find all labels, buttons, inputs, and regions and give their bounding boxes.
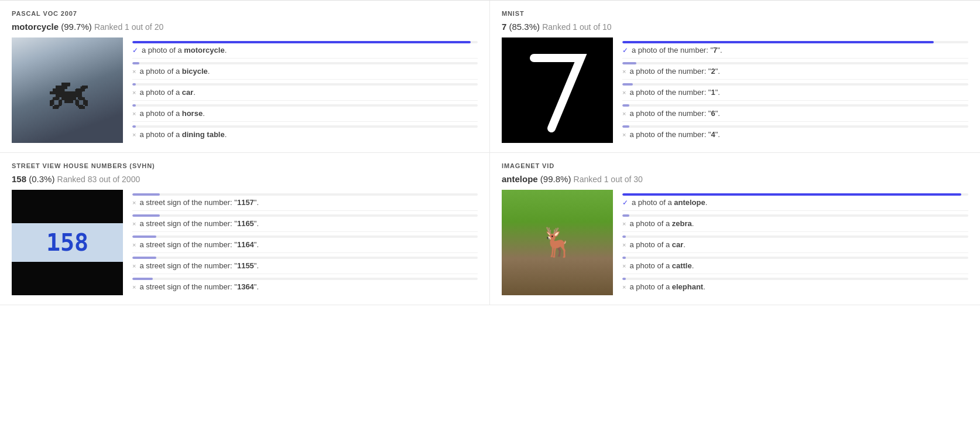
result-bold-class: antelope: [674, 198, 705, 207]
panel-title-mnist: MNIST: [502, 10, 968, 17]
result-bold-class: car: [182, 88, 194, 97]
result-text: a photo of the number: "6".: [629, 109, 720, 118]
result-item: ×a street sign of the number: "1165".: [132, 211, 478, 232]
result-text: a photo of a dining table.: [139, 130, 227, 139]
result-suffix: .: [692, 219, 694, 228]
result-item: ×a photo of the number: "1".: [622, 80, 968, 101]
result-bold-class: 1: [711, 88, 715, 97]
prediction-header-imagenet-vid: antelope (99.8%) Ranked 1 out of 30: [502, 174, 968, 184]
result-text: a photo of the number: "1".: [629, 88, 720, 97]
cross-icon: ×: [622, 284, 626, 291]
image-imagenet-vid: 🦌: [502, 190, 613, 295]
result-bar-fill: [132, 214, 160, 217]
result-item: ×a photo of a car.: [132, 80, 478, 101]
result-text: a photo of the number: "2".: [629, 67, 720, 76]
panel-mnist: MNIST7 (85.3%) Ranked 1 out of 10✓a phot…: [490, 1, 980, 153]
result-bar-fill: [132, 62, 139, 64]
results-list-pascal-voc: ✓a photo of a motorcycle.×a photo of a b…: [132, 37, 478, 142]
result-text: a photo of a elephant.: [629, 282, 705, 291]
cross-icon: ×: [132, 199, 136, 206]
result-suffix: ".: [715, 88, 720, 97]
result-bar-fill: [622, 125, 629, 128]
result-item: ×a photo of a cattle.: [622, 253, 968, 274]
result-bold-class: elephant: [672, 282, 703, 291]
result-label-row: ×a street sign of the number: "1165".: [132, 219, 478, 228]
result-bar-fill: [622, 193, 961, 196]
result-suffix: .: [705, 198, 708, 207]
result-item: ×a photo of a horse.: [132, 101, 478, 122]
result-item: ×a photo of the number: "2".: [622, 59, 968, 80]
result-bar-fill: [132, 193, 160, 196]
result-text: a photo of a cattle.: [629, 261, 694, 270]
cross-icon: ×: [132, 89, 136, 96]
result-label-row: ✓a photo of a motorcycle.: [132, 46, 478, 54]
result-bold-class: 4: [711, 130, 715, 139]
panel-pascal-voc: PASCAL VOC 2007motorcycle (99.7%) Ranked…: [0, 1, 490, 153]
result-text: a photo of the number: "4".: [629, 130, 720, 139]
result-label-row: ×a street sign of the number: "1155".: [132, 261, 478, 270]
result-suffix: ".: [717, 46, 722, 54]
result-bold-class: bicycle: [182, 67, 208, 76]
prediction-header-svhn: 158 (0.3%) Ranked 83 out of 2000: [12, 174, 478, 184]
result-label-row: ×a photo of a dining table.: [132, 130, 478, 139]
result-text: a photo of a bicycle.: [139, 67, 210, 76]
image-mnist: [502, 37, 613, 143]
result-bold-class: car: [672, 240, 684, 249]
cross-icon: ×: [622, 68, 626, 75]
result-text: a photo of the number: "7".: [632, 46, 722, 54]
result-item: ×a photo of a car.: [622, 232, 968, 253]
result-text: a photo of a horse.: [139, 109, 204, 118]
result-bar-fill: [132, 125, 136, 128]
result-bold-class: horse: [182, 109, 203, 118]
result-item: ×a photo of the number: "6".: [622, 101, 968, 122]
result-bold-class: cattle: [672, 261, 692, 270]
result-text: a street sign of the number: "1364".: [139, 282, 259, 291]
result-label-row: ×a photo of a bicycle.: [132, 67, 478, 76]
result-suffix: .: [203, 109, 205, 118]
result-bar-fill: [622, 62, 636, 64]
result-text: a street sign of the number: "1164".: [139, 240, 259, 249]
result-bar-container: [132, 193, 478, 196]
content-row-svhn: 158×a street sign of the number: "1157".…: [12, 190, 478, 295]
result-item: ✓a photo of the number: "7".: [622, 37, 968, 59]
panel-svhn: STREET VIEW HOUSE NUMBERS (SVHN)158 (0.3…: [0, 153, 490, 305]
result-item: ×a photo of a zebra.: [622, 211, 968, 232]
result-bar-fill: [622, 278, 626, 280]
cross-icon: ×: [622, 89, 626, 96]
result-suffix: .: [703, 282, 705, 291]
result-suffix: .: [683, 240, 686, 249]
result-bar-container: [622, 193, 968, 196]
panel-title-pascal-voc: PASCAL VOC 2007: [12, 10, 478, 17]
result-bar-fill: [132, 83, 136, 86]
cross-icon: ×: [622, 110, 626, 117]
cross-icon: ×: [132, 68, 136, 75]
panel-title-svhn: STREET VIEW HOUSE NUMBERS (SVHN): [12, 162, 478, 169]
panel-imagenet-vid: IMAGENET VIDantelope (99.8%) Ranked 1 ou…: [490, 153, 980, 305]
result-bar-fill: [132, 41, 471, 43]
cross-icon: ×: [132, 220, 136, 227]
confidence-score: (85.3%): [506, 22, 542, 32]
result-suffix: .: [193, 88, 196, 97]
confidence-score: (0.3%): [26, 174, 57, 184]
result-item: ×a photo of a elephant.: [622, 274, 968, 295]
result-bar-fill: [132, 278, 153, 280]
image-svhn: 158: [12, 190, 123, 295]
content-row-mnist: ✓a photo of the number: "7".×a photo of …: [502, 37, 968, 143]
result-suffix: .: [225, 130, 227, 139]
cross-icon: ×: [132, 110, 136, 117]
rank-text: Ranked 83 out of 2000: [57, 175, 141, 184]
result-bar-fill: [622, 83, 633, 86]
result-bar-container: [132, 235, 478, 238]
result-bold-class: 1164: [237, 240, 254, 249]
result-bar-container: [132, 83, 478, 86]
result-label-row: ×a photo of a car.: [132, 88, 478, 97]
result-bar-container: [622, 278, 968, 280]
result-bar-container: [622, 257, 968, 259]
cross-icon: ×: [622, 262, 626, 269]
image-pascal-voc: 🏍: [12, 37, 123, 143]
cross-icon: ×: [132, 284, 136, 291]
results-list-mnist: ✓a photo of the number: "7".×a photo of …: [622, 37, 968, 142]
result-bar-fill: [622, 257, 626, 259]
result-item: ×a street sign of the number: "1164".: [132, 232, 478, 253]
result-text: a street sign of the number: "1165".: [139, 219, 259, 228]
